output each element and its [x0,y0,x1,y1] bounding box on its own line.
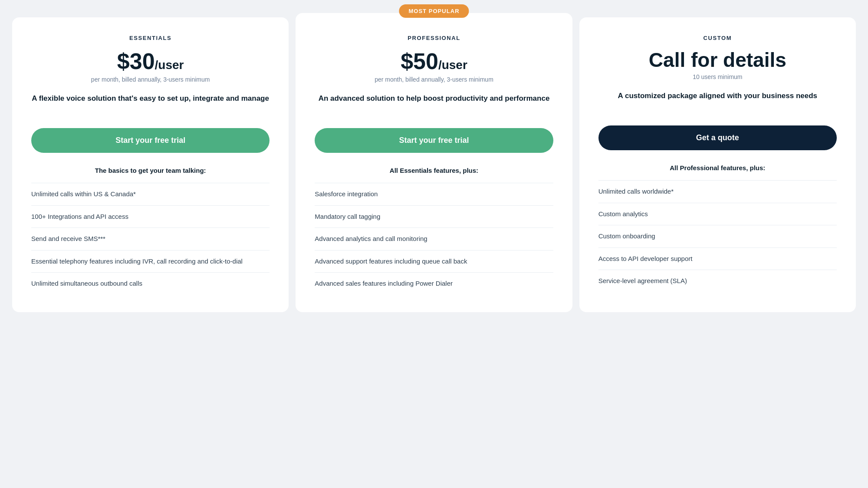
plan-name-essentials: ESSENTIALS [31,35,270,41]
list-item: Unlimited calls worldwide* [598,180,837,203]
most-popular-badge: MOST POPULAR [399,4,469,18]
list-item: Advanced support features including queu… [315,250,553,273]
list-item: Mandatory call tagging [315,205,553,228]
plan-tagline-professional: An advanced solution to help boost produ… [315,93,553,116]
cta-button-essentials[interactable]: Start your free trial [31,128,270,153]
price-value-essentials: $30 [117,49,155,74]
plan-tagline-essentials: A flexible voice solution that's easy to… [31,93,270,116]
per-unit-essentials: /user [155,58,184,72]
list-item: Salesforce integration [315,183,553,205]
list-item: Unlimited calls within US & Canada* [31,183,270,205]
plan-name-custom: CUSTOM [598,35,837,41]
list-item: Service-level agreement (SLA) [598,270,837,292]
cta-button-professional[interactable]: Start your free trial [315,128,553,153]
list-item: 100+ Integrations and API access [31,205,270,228]
plan-card-professional: MOST POPULAR PROFESSIONAL $50/user per m… [296,13,572,312]
list-item: Advanced analytics and call monitoring [315,228,553,250]
plan-price-professional: $50/user [315,50,553,73]
list-item: Unlimited simultaneous outbound calls [31,272,270,295]
features-list-custom: Unlimited calls worldwide* Custom analyt… [598,180,837,292]
per-unit-professional: /user [438,58,467,72]
price-value-professional: $50 [401,49,438,74]
features-label-essentials: The basics to get your team talking: [31,167,270,174]
plan-price-note-essentials: per month, billed annually, 3-users mini… [31,76,270,83]
features-label-custom: All Professional features, plus: [598,164,837,171]
list-item: Send and receive SMS*** [31,228,270,250]
plan-price-note-professional: per month, billed annually, 3-users mini… [315,76,553,83]
list-item: Custom analytics [598,203,837,225]
features-list-essentials: Unlimited calls within US & Canada* 100+… [31,183,270,295]
plan-card-essentials: ESSENTIALS $30/user per month, billed an… [12,17,289,312]
plan-name-professional: PROFESSIONAL [315,35,553,41]
plan-price-custom: Call for details [598,50,837,70]
list-item: Advanced sales features including Power … [315,272,553,295]
plan-tagline-custom: A customized package aligned with your b… [598,91,837,113]
plan-price-essentials: $30/user [31,50,270,73]
features-label-professional: All Essentials features, plus: [315,167,553,174]
pricing-wrapper: ESSENTIALS $30/user per month, billed an… [9,17,859,312]
list-item: Custom onboarding [598,225,837,247]
features-list-professional: Salesforce integration Mandatory call ta… [315,183,553,295]
plan-card-custom: CUSTOM Call for details 10 users minimum… [579,17,856,312]
plan-price-note-custom: 10 users minimum [598,73,837,80]
list-item: Essential telephony features including I… [31,250,270,273]
list-item: Access to API developer support [598,247,837,270]
cta-button-custom[interactable]: Get a quote [598,125,837,150]
